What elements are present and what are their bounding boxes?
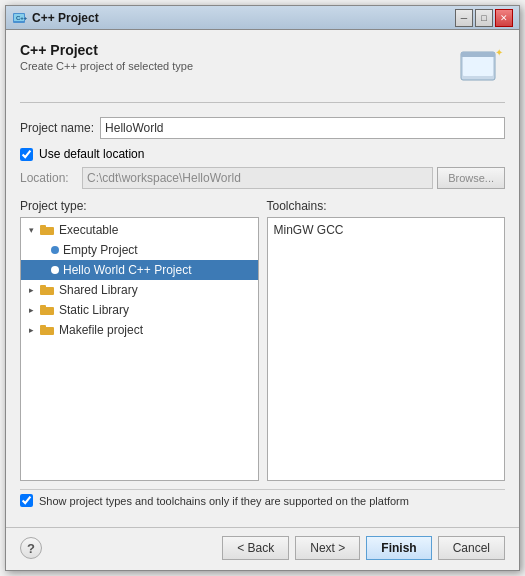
show-supported-label: Show project types and toolchains only i…	[39, 495, 409, 507]
folder-icon-executable	[40, 224, 56, 236]
svg-text:✦: ✦	[495, 47, 503, 58]
project-name-row: Project name:	[20, 117, 505, 139]
svg-rect-10	[40, 285, 46, 288]
minimize-button[interactable]: ─	[455, 9, 473, 27]
dot-icon-empty-project	[51, 246, 59, 254]
project-type-label: Project type:	[20, 199, 259, 213]
use-default-location-label: Use default location	[39, 147, 144, 161]
svg-rect-12	[40, 305, 46, 308]
svg-rect-13	[40, 327, 54, 335]
show-supported-checkbox[interactable]	[20, 494, 33, 507]
toolchain-item-mingw[interactable]: MinGW GCC	[268, 220, 505, 240]
button-row: ? < Back Next > Finish Cancel	[6, 527, 519, 570]
tree-label-static-library: Static Library	[59, 303, 129, 317]
toolchains-panel: Toolchains: MinGW GCC	[267, 199, 506, 481]
finish-button[interactable]: Finish	[366, 536, 431, 560]
tree-item-hello-world[interactable]: Hello World C++ Project	[21, 260, 258, 280]
dialog-title: C++ Project	[20, 42, 457, 58]
expand-arrow-executable: ▾	[25, 224, 37, 236]
dot-icon-hello-world	[51, 266, 59, 274]
tree-label-makefile: Makefile project	[59, 323, 143, 337]
tree-item-makefile-project[interactable]: ▸ Makefile project	[21, 320, 258, 340]
main-window: C++ C++ Project ─ □ ✕ C++ Project Create…	[5, 5, 520, 571]
toolchains-label: Toolchains:	[267, 199, 506, 213]
window-icon: C++	[12, 10, 28, 26]
default-location-row: Use default location	[20, 147, 505, 161]
next-button[interactable]: Next >	[295, 536, 360, 560]
window-controls: ─ □ ✕	[455, 9, 513, 27]
header-section: C++ Project Create C++ project of select…	[20, 42, 505, 103]
toolchains-list[interactable]: MinGW GCC	[267, 217, 506, 481]
svg-rect-9	[40, 287, 54, 295]
svg-rect-11	[40, 307, 54, 315]
svg-rect-8	[40, 225, 46, 228]
svg-text:C++: C++	[16, 15, 28, 21]
bottom-checkbox-row: Show project types and toolchains only i…	[20, 489, 505, 507]
project-name-input[interactable]	[100, 117, 505, 139]
tree-item-executable[interactable]: ▾ Executable	[21, 220, 258, 240]
tree-item-shared-library[interactable]: ▸ Shared Library	[21, 280, 258, 300]
dialog-icon: ✦	[457, 42, 505, 90]
expand-arrow-static-library: ▸	[25, 304, 37, 316]
toolchain-label-mingw: MinGW GCC	[274, 223, 344, 237]
dialog-content: C++ Project Create C++ project of select…	[6, 30, 519, 527]
tree-label-executable: Executable	[59, 223, 118, 237]
project-type-tree[interactable]: ▾ Executable Empty Project	[20, 217, 259, 481]
dialog-subtitle: Create C++ project of selected type	[20, 60, 457, 72]
use-default-location-checkbox[interactable]	[20, 148, 33, 161]
project-name-label: Project name:	[20, 121, 94, 135]
back-button[interactable]: < Back	[222, 536, 289, 560]
svg-rect-7	[40, 227, 54, 235]
expand-arrow-shared-library: ▸	[25, 284, 37, 296]
help-button[interactable]: ?	[20, 537, 42, 559]
folder-icon-shared-library	[40, 284, 56, 296]
folder-icon-static-library	[40, 304, 56, 316]
navigation-buttons: < Back Next > Finish Cancel	[222, 536, 505, 560]
folder-icon-makefile	[40, 324, 56, 336]
expand-arrow-makefile: ▸	[25, 324, 37, 336]
location-row: Location: Browse...	[20, 167, 505, 189]
browse-button[interactable]: Browse...	[437, 167, 505, 189]
tree-item-empty-project[interactable]: Empty Project	[21, 240, 258, 260]
panels-row: Project type: ▾ Executable	[20, 199, 505, 481]
location-input	[82, 167, 433, 189]
title-bar: C++ C++ Project ─ □ ✕	[6, 6, 519, 30]
svg-rect-5	[461, 52, 495, 57]
cancel-button[interactable]: Cancel	[438, 536, 505, 560]
svg-rect-4	[463, 54, 493, 76]
project-type-panel: Project type: ▾ Executable	[20, 199, 259, 481]
location-label: Location:	[20, 171, 76, 185]
maximize-button[interactable]: □	[475, 9, 493, 27]
svg-rect-14	[40, 325, 46, 328]
tree-label-shared-library: Shared Library	[59, 283, 138, 297]
tree-item-static-library[interactable]: ▸ Static Library	[21, 300, 258, 320]
window-title: C++ Project	[32, 11, 455, 25]
close-button[interactable]: ✕	[495, 9, 513, 27]
header-text: C++ Project Create C++ project of select…	[20, 42, 457, 72]
tree-label-empty-project: Empty Project	[63, 243, 138, 257]
tree-label-hello-world: Hello World C++ Project	[63, 263, 192, 277]
